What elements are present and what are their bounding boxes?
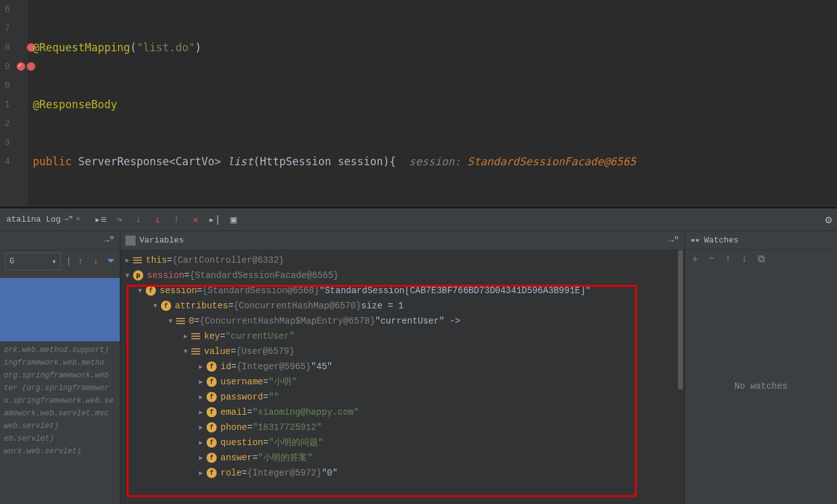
var-username[interactable]: ▶fusername = "小明" bbox=[120, 374, 684, 389]
arrow-up-icon[interactable]: ↑ bbox=[74, 255, 87, 268]
frame-item[interactable]: ork.web.method.support) bbox=[0, 344, 120, 356]
line-number: 4 bbox=[0, 152, 10, 171]
breakpoint-gutter[interactable] bbox=[15, 0, 28, 206]
line-number: 7 bbox=[0, 19, 10, 38]
line-number: 8 bbox=[0, 38, 10, 57]
frame-item[interactable]: org.springframework.web bbox=[0, 369, 120, 382]
move-up-icon[interactable]: ↑ bbox=[722, 253, 734, 265]
frame-item[interactable]: eb.servlet) bbox=[0, 432, 120, 445]
annotation: @ResponseBody bbox=[33, 98, 117, 111]
debug-panels: →" G ▾ | ↑ ↓ ⏷ ork.web.method.support) i… bbox=[0, 231, 837, 504]
pin-icon[interactable]: →" bbox=[63, 215, 73, 224]
var-id[interactable]: ▶fid = {Integer@5965} "45" bbox=[120, 359, 684, 374]
move-down-icon[interactable]: ↓ bbox=[738, 253, 751, 265]
frame-item[interactable]: ter (org.springframewor bbox=[0, 382, 120, 394]
inlay-hint: session: StandardSessionFacade@6565 bbox=[409, 155, 636, 168]
log-tab[interactable]: atalina Log →" × bbox=[3, 215, 84, 224]
step-into-icon[interactable]: ↓ bbox=[131, 212, 146, 227]
variables-tree[interactable]: ▶this = {CartController@6332} ▼psession … bbox=[120, 250, 684, 504]
var-this[interactable]: ▶this = {CartController@6332} bbox=[120, 253, 684, 268]
arrow-down-icon[interactable]: ↓ bbox=[89, 255, 102, 268]
no-watches-label: No watches bbox=[685, 268, 837, 504]
thread-selector[interactable]: G ▾ bbox=[5, 253, 61, 270]
line-number: 6 bbox=[0, 0, 10, 19]
var-email[interactable]: ▶femail = "xiaoming@happy.com" bbox=[120, 405, 684, 420]
var-role[interactable]: ▶frole = {Integer@5972} "0" bbox=[120, 465, 684, 481]
settings-gear-icon[interactable]: ⚙ bbox=[825, 213, 832, 227]
var-attributes[interactable]: ▼fattributes = {ConcurrentHashMap@6570} … bbox=[120, 298, 684, 313]
pin-icon[interactable]: →" bbox=[668, 236, 679, 246]
step-over-icon[interactable]: ↷ bbox=[112, 212, 127, 227]
code-content[interactable]: @RequestMapping("list.do") @ResponseBody… bbox=[28, 0, 837, 206]
watches-icon: 👓 bbox=[690, 236, 700, 246]
frame-item[interactable]: ingframework.web.metho bbox=[0, 356, 120, 369]
evaluate-expression-icon[interactable]: ▣ bbox=[226, 212, 241, 227]
close-icon[interactable]: × bbox=[75, 215, 80, 224]
line-number: 0 bbox=[0, 76, 10, 95]
var-key[interactable]: ▶key = "currentUser" bbox=[120, 329, 684, 344]
debug-toolbar: atalina Log →" × ▸≡ ↷ ↓ ⇓ ↑ ✕ ▸| ▣ ⚙ bbox=[0, 208, 837, 231]
var-password[interactable]: ▶fpassword = "" bbox=[120, 389, 684, 405]
frames-header: →" bbox=[0, 231, 120, 250]
run-to-cursor-icon[interactable]: ▸| bbox=[207, 212, 222, 227]
line-number: 1 bbox=[0, 95, 10, 114]
watches-panel: 👓 Watches ＋ − ↑ ↓ ⧉ No watches bbox=[685, 231, 837, 504]
remove-watch-icon[interactable]: − bbox=[705, 253, 718, 265]
variables-icon bbox=[125, 236, 136, 246]
var-session[interactable]: ▼psession = {StandardSessionFacade@6565} bbox=[120, 268, 684, 283]
line-number-gutter: 6 7 8 9 0 1 2 3 4 bbox=[0, 0, 15, 206]
var-phone[interactable]: ▶fphone = "18317725912" bbox=[120, 420, 684, 435]
watches-toolbar: ＋ − ↑ ↓ ⧉ bbox=[685, 250, 837, 268]
scrollbar-thumb[interactable] bbox=[678, 250, 683, 389]
variables-panel: Variables →" ▶this = {CartController@633… bbox=[120, 231, 685, 504]
step-out-icon[interactable]: ↑ bbox=[169, 212, 184, 227]
frame-item[interactable]: u.springframework.web.se bbox=[0, 394, 120, 407]
frames-panel: →" G ▾ | ↑ ↓ ⏷ ork.web.method.support) i… bbox=[0, 231, 120, 504]
copy-icon[interactable]: ⧉ bbox=[755, 253, 767, 265]
frame-item[interactable]: amework.web.servlet.mvc bbox=[0, 407, 120, 420]
show-execution-point-icon[interactable]: ▸≡ bbox=[93, 212, 108, 227]
var-question[interactable]: ▶fquestion = "小明的问题" bbox=[120, 435, 684, 450]
filter-icon[interactable]: ⏷ bbox=[105, 255, 117, 268]
chevron-down-icon: ▾ bbox=[52, 257, 56, 267]
code-editor: 6 7 8 9 0 1 2 3 4 @RequestMapping("list.… bbox=[0, 0, 837, 206]
annotation: @RequestMapping bbox=[33, 41, 131, 54]
breakpoint-verified-icon[interactable] bbox=[16, 62, 25, 71]
frame-item-selected[interactable] bbox=[0, 278, 120, 341]
frames-list[interactable]: ork.web.method.support) ingframework.web… bbox=[0, 277, 120, 504]
drop-frame-icon[interactable]: ✕ bbox=[188, 212, 203, 227]
watches-title: Watches bbox=[704, 236, 739, 245]
line-number: 2 bbox=[0, 114, 10, 133]
line-number: 3 bbox=[0, 133, 10, 152]
variables-title: Variables bbox=[139, 236, 184, 245]
line-number: 9 bbox=[0, 57, 10, 76]
var-answer[interactable]: ▶fanswer = "小明的答案" bbox=[120, 450, 684, 465]
frame-item[interactable]: work.web.servlet) bbox=[0, 445, 120, 458]
var-value[interactable]: ▼value = {User@6579} bbox=[120, 344, 684, 359]
scrollbar[interactable] bbox=[677, 250, 684, 504]
force-step-into-icon[interactable]: ⇓ bbox=[150, 212, 165, 227]
var-inner-session[interactable]: ▼fsession = {StandardSession@6568} "Stan… bbox=[120, 283, 684, 298]
frame-item[interactable]: web.servlet) bbox=[0, 420, 120, 432]
var-entry-0[interactable]: ▼0 = {ConcurrentHashMap$MapEntry@6578} "… bbox=[120, 313, 684, 329]
add-watch-icon[interactable]: ＋ bbox=[689, 253, 701, 265]
pin-icon[interactable]: →" bbox=[104, 236, 115, 246]
